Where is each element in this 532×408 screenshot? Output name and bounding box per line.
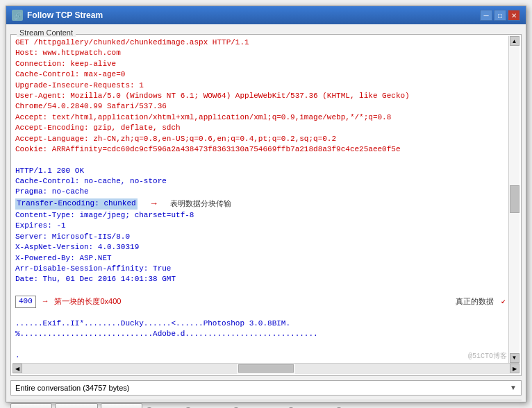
scroll-thumb[interactable]	[510, 185, 519, 213]
stream-line: X-Powered-By: ASP.NET	[15, 253, 506, 264]
scroll-down-button[interactable]: ▼	[510, 353, 519, 363]
stream-line: Date: Thu, 01 Dec 2016 14:01:38 GMT	[15, 274, 506, 284]
title-bar-left: 🔗 Follow TCP Stream	[12, 10, 103, 21]
stream-line	[15, 308, 506, 318]
maximize-button[interactable]: □	[494, 10, 506, 21]
find-button[interactable]: Find	[10, 403, 52, 408]
chunk-size-box: 400	[15, 296, 36, 307]
toolbar-row: Find Save As Print ASCII EBCDIC	[10, 400, 522, 408]
stream-line: Accept: text/html,application/xhtml+xml,…	[15, 112, 506, 123]
window-body: Stream Content GET /httpgallery/chunked/…	[6, 24, 526, 408]
highlighted-text: Transfer-Encoding: chunked	[15, 198, 138, 209]
stream-line	[15, 285, 506, 296]
hscroll-thumb[interactable]	[238, 364, 294, 373]
stream-line: Chrome/54.0.2840.99 Safari/537.36	[15, 101, 506, 112]
scroll-up-button[interactable]: ▲	[510, 36, 519, 46]
main-window: 🔗 Follow TCP Stream ─ □ ✕ Stream Content…	[6, 6, 526, 402]
title-controls: ─ □ ✕	[480, 10, 520, 21]
stream-line: ......Exif..II*........Ducky......<.....…	[15, 318, 506, 329]
conversation-row: Entire conversation (34757 bytes) ▼	[10, 379, 522, 397]
stream-line: %.............................Adobe.d...…	[15, 329, 506, 339]
stream-line: Pragma: no-cache	[15, 187, 506, 197]
stream-line: Expires: -1	[15, 221, 506, 231]
stream-line	[15, 340, 506, 350]
stream-line: Connection: keep-alive	[15, 59, 506, 69]
scroll-container: GET /httpgallery/chunked/chunkedimage.as…	[13, 36, 519, 363]
watermark: @51CTO博客	[468, 352, 507, 362]
scroll-right-button[interactable]: ▶	[510, 364, 519, 373]
stream-content-group: Stream Content GET /httpgallery/chunked/…	[10, 34, 522, 376]
window-icon: 🔗	[12, 10, 23, 21]
close-title-button[interactable]: ✕	[508, 10, 520, 21]
horizontal-scrollbar[interactable]: ◀ ▶	[13, 363, 519, 374]
title-bar: 🔗 Follow TCP Stream ─ □ ✕	[6, 6, 526, 24]
stream-line: GET /httpgallery/chunked/chunkedimage.as…	[15, 37, 506, 48]
window-title: Follow TCP Stream	[27, 10, 103, 20]
stream-line: Accept-Language: zh-CN,zh;q=0.8,en-US;q=…	[15, 134, 506, 144]
annotation-chunked: 表明数据分块传输	[170, 198, 231, 209]
scroll-left-button[interactable]: ◀	[13, 364, 22, 373]
stream-line: Server: Microsoft-IIS/8.0	[15, 232, 506, 242]
vertical-scrollbar[interactable]: ▲ ▼	[508, 36, 519, 363]
stream-line-400: 400 → 第一块的长度0x400 真正的数据 ↙	[15, 296, 506, 307]
combo-arrow-icon: ▼	[510, 384, 517, 391]
stream-line: Upgrade-Insecure-Requests: 1	[15, 80, 506, 91]
arrow-data: ↙	[501, 296, 506, 307]
stream-line: HTTP/1.1 200 OK	[15, 166, 506, 176]
stream-line	[15, 155, 506, 165]
save-as-button[interactable]: Save As	[55, 403, 98, 408]
stream-line: X-AspNet-Version: 4.0.30319	[15, 242, 506, 253]
stream-line: .	[15, 350, 506, 361]
minimize-button[interactable]: ─	[480, 10, 492, 21]
arrow-annotation: →	[151, 198, 157, 210]
stream-line: Host: www.httpwatch.com	[15, 48, 506, 58]
stream-line: Content-Type: image/jpeg; charset=utf-8	[15, 210, 506, 221]
stream-text-area[interactable]: GET /httpgallery/chunked/chunkedimage.as…	[13, 36, 508, 363]
conversation-select[interactable]: Entire conversation (34757 bytes) ▼	[10, 380, 522, 396]
stream-line: Accept-Encoding: gzip, deflate, sdch	[15, 123, 506, 133]
stream-line: User-Agent: Mozilla/5.0 (Windows NT 6.1;…	[15, 91, 506, 101]
stream-line: Cache-Control: no-cache, no-store	[15, 176, 506, 187]
stream-line: Arr-Disable-Session-Affinity: True	[15, 264, 506, 274]
stream-line: Transfer-Encoding: chunked → 表明数据分块传输	[15, 198, 506, 210]
stream-line: Cookie: ARRAffinity=cdc60dc9cf596a2a4384…	[15, 144, 506, 155]
arrow-400: →	[43, 296, 48, 307]
print-button[interactable]: Print	[101, 403, 142, 408]
annotation-400: 第一块的长度0x400	[54, 296, 121, 307]
annotation-data: 真正的数据	[456, 296, 494, 307]
conversation-label: Entire conversation (34757 bytes)	[15, 384, 129, 392]
stream-line: Cache-Control: max-age=0	[15, 69, 506, 80]
